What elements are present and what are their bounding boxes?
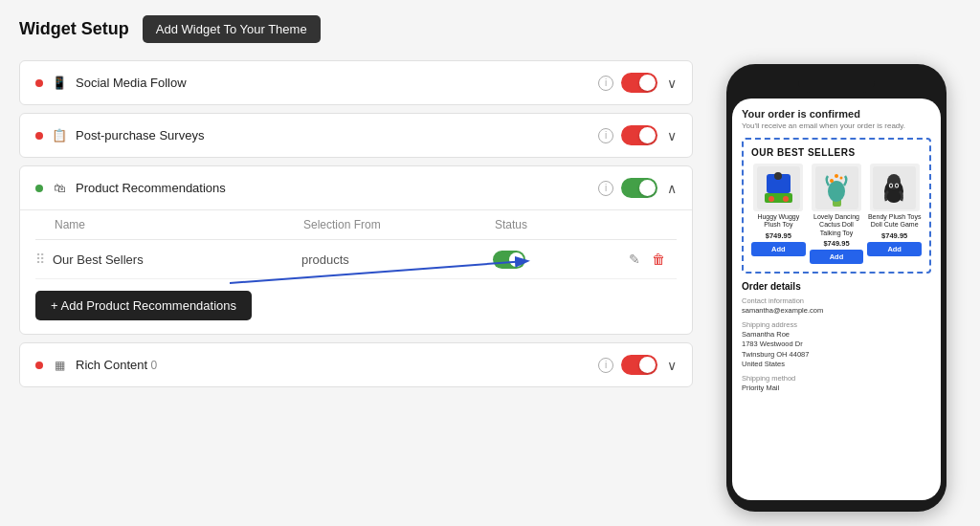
product-image-2	[812, 164, 861, 211]
widget-post-purchase: 📋 Post-purchase Surveys i ∨	[19, 113, 693, 158]
product-price-3: $749.95	[881, 231, 907, 240]
product-price-1: $749.95	[766, 231, 791, 240]
phone-order-confirmation: Your order is confirmed You'll receive a…	[742, 108, 931, 130]
drag-handle-icon[interactable]: ⠿	[35, 252, 45, 267]
widget-label-social: Social Media Follow	[76, 76, 590, 90]
shipping-method-value: Priority Mail	[742, 384, 931, 394]
status-dot-recommendations	[35, 185, 43, 192]
delete-row-button[interactable]: 🗑	[650, 250, 667, 269]
product-image-1	[753, 164, 803, 211]
shipping-method-label: Shipping method	[742, 374, 931, 383]
contact-label: Contact information	[742, 296, 931, 305]
status-dot-social	[35, 79, 43, 87]
chevron-rich-content[interactable]: ∨	[667, 358, 677, 373]
add-widget-button[interactable]: Add Widget To Your Theme	[143, 15, 321, 43]
add-product-1-button[interactable]: Add	[751, 242, 806, 256]
row-selection: products	[301, 252, 493, 267]
svg-point-12	[839, 176, 842, 179]
survey-icon: 📋	[51, 127, 68, 144]
toggle-recommendations[interactable]	[621, 178, 657, 198]
recommendations-icon: 🛍	[51, 180, 68, 197]
shipping-address-value: Samantha Roe 1783 Westwood Dr Twinsburg …	[742, 330, 931, 370]
svg-point-20	[896, 184, 898, 186]
col-header-status: Status	[495, 218, 629, 231]
recommendations-table-header: Name Selection From Status	[35, 210, 677, 240]
chevron-recommendations[interactable]: ∧	[667, 181, 677, 196]
best-sellers-title: OUR BEST SELLERS	[751, 147, 922, 158]
phone-mockup: Your order is confirmed You'll receive a…	[726, 64, 947, 512]
toggle-rich-content[interactable]	[621, 355, 657, 375]
widget-rich-content: ▦ Rich Content 0 i ∨	[19, 342, 693, 387]
product-item-3: Bendy Plush Toys Doll Cute Game $749.95 …	[867, 164, 922, 264]
social-media-icon: 📱	[51, 75, 68, 92]
toggle-social[interactable]	[621, 73, 657, 93]
recommendations-expanded-panel: Name Selection From Status ⠿ Our Best Se…	[20, 209, 692, 334]
status-dot-survey	[35, 132, 43, 140]
toggle-survey[interactable]	[621, 125, 657, 145]
product-item-2: Lovely Dancing Cactus Doll Talking Toy $…	[810, 164, 864, 264]
widget-label-recommendations: Product Recommendations	[76, 181, 590, 195]
col-header-actions	[629, 218, 677, 231]
svg-point-7	[783, 196, 789, 202]
contact-value: samantha@example.com	[742, 306, 931, 317]
chevron-social[interactable]: ∨	[667, 76, 677, 91]
shipping-address-label: Shipping address	[742, 320, 931, 329]
svg-point-16	[887, 174, 901, 189]
page-title: Widget Setup	[19, 19, 129, 39]
widget-label-rich-content: Rich Content 0	[76, 358, 590, 372]
col-header-selection: Selection From	[303, 218, 495, 231]
col-header-name: Name	[35, 218, 303, 231]
info-icon-recommendations[interactable]: i	[598, 181, 613, 196]
widget-label-survey: Post-purchase Surveys	[76, 128, 590, 142]
rich-content-badge: 0	[147, 359, 157, 372]
order-details-title: Order details	[742, 281, 931, 292]
order-details-section: Order details Contact information samant…	[742, 281, 931, 393]
add-product-2-button[interactable]: Add	[810, 250, 864, 264]
edit-row-button[interactable]: ✎	[627, 250, 642, 269]
widget-social-media-follow: 📱 Social Media Follow i ∨	[19, 60, 693, 105]
product-name-3: Bendy Plush Toys Doll Cute Game	[867, 213, 922, 230]
rich-content-icon: ▦	[51, 357, 68, 374]
widget-product-recommendations: 🛍 Product Recommendations i ∧ Name Selec…	[19, 165, 693, 335]
svg-point-13	[835, 174, 838, 178]
product-name-2: Lovely Dancing Cactus Doll Talking Toy	[810, 213, 864, 237]
product-name-1: Huggy Wuggy Plush Toy	[751, 213, 806, 230]
svg-point-6	[768, 196, 774, 202]
info-icon-survey[interactable]: i	[598, 128, 613, 143]
phone-conf-title: Your order is confirmed	[742, 108, 931, 120]
phone-conf-sub: You'll receive an email when your order …	[742, 121, 931, 130]
product-price-2: $749.95	[823, 239, 849, 248]
phone-screen: Your order is confirmed You'll receive a…	[732, 99, 941, 500]
row-name-best-sellers: Our Best Sellers	[53, 252, 301, 267]
toggle-row-status[interactable]	[493, 251, 525, 269]
table-row: ⠿ Our Best Sellers products ✎ 🗑	[35, 240, 677, 279]
svg-point-11	[830, 179, 834, 183]
row-actions: ✎ 🗑	[627, 250, 667, 269]
info-icon-social[interactable]: i	[598, 76, 613, 91]
product-item-1: Huggy Wuggy Plush Toy $749.95 Add	[751, 164, 806, 264]
phone-mockup-container: Your order is confirmed You'll receive a…	[712, 60, 961, 512]
best-sellers-section: OUR BEST SELLERS	[742, 138, 931, 274]
add-product-3-button[interactable]: Add	[867, 242, 922, 256]
svg-point-4	[774, 172, 782, 180]
row-status-toggle[interactable]	[493, 251, 627, 269]
status-dot-rich-content	[35, 362, 43, 369]
phone-notch	[798, 76, 875, 93]
svg-point-10	[828, 181, 845, 202]
svg-point-19	[890, 184, 892, 186]
info-icon-rich-content[interactable]: i	[598, 358, 613, 373]
chevron-survey[interactable]: ∨	[667, 128, 677, 143]
product-image-3	[870, 164, 920, 211]
best-sellers-products: Huggy Wuggy Plush Toy $749.95 Add	[751, 164, 922, 264]
add-product-recommendations-button[interactable]: + Add Product Recommendations	[35, 291, 252, 320]
